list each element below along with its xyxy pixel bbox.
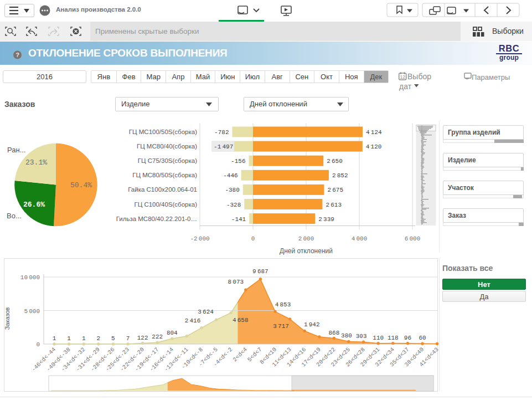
svg-text:7: 7 xyxy=(126,335,130,342)
svg-text:110: 110 xyxy=(373,335,384,341)
svg-text:23.1%: 23.1% xyxy=(25,158,47,167)
svg-text:5: 5 xyxy=(111,335,115,342)
svg-text:-328: -328 xyxy=(226,202,241,208)
svg-text:2 000: 2 000 xyxy=(298,235,314,242)
svg-text:Заказов: Заказов xyxy=(4,307,11,330)
svg-text:2 675: 2 675 xyxy=(327,187,343,193)
svg-text:6 000: 6 000 xyxy=(405,235,421,242)
svg-text:2 613: 2 613 xyxy=(326,202,342,208)
svg-text:ГЦ С75/30S(сборка): ГЦ С75/30S(сборка) xyxy=(138,157,197,164)
svg-text:804: 804 xyxy=(167,330,178,336)
svg-text:2<d<4: 2<d<4 xyxy=(231,346,249,363)
svg-text:122: 122 xyxy=(137,335,148,341)
svg-text:-141: -141 xyxy=(231,216,246,223)
svg-text:-380: -380 xyxy=(225,187,239,193)
svg-text:96: 96 xyxy=(404,335,411,341)
svg-text:2 852: 2 852 xyxy=(332,172,348,179)
svg-text:1: 1 xyxy=(53,335,56,342)
svg-text:222: 222 xyxy=(152,334,163,340)
svg-text:ГЦ МС100/50S(сборка): ГЦ МС100/50S(сборка) xyxy=(129,129,197,135)
svg-text:2 416: 2 416 xyxy=(185,317,201,324)
svg-text:4 124: 4 124 xyxy=(366,129,382,136)
svg-text:380: 380 xyxy=(341,332,352,339)
svg-text:4 853: 4 853 xyxy=(275,301,291,308)
svg-text:60: 60 xyxy=(419,335,426,341)
svg-text:8 073: 8 073 xyxy=(228,279,244,285)
svg-text:Гильза МС80/40.22.201-0…: Гильза МС80/40.22.201-0… xyxy=(116,216,197,222)
svg-text:868: 868 xyxy=(328,330,339,336)
svg-text:4 658: 4 658 xyxy=(233,317,249,324)
svg-text:50.4%: 50.4% xyxy=(70,181,92,189)
svg-text:-156: -156 xyxy=(231,158,245,165)
svg-text:-1 497: -1 497 xyxy=(214,143,233,150)
svg-text:2 650: 2 650 xyxy=(327,158,343,165)
svg-text:-782: -782 xyxy=(214,129,229,136)
svg-text:1 942: 1 942 xyxy=(304,321,320,328)
svg-text:2 339: 2 339 xyxy=(318,216,334,223)
svg-text:-2 000: -2 000 xyxy=(190,235,209,242)
svg-text:303: 303 xyxy=(356,333,367,340)
svg-text:4 120: 4 120 xyxy=(366,143,382,150)
svg-text:0: 0 xyxy=(36,341,40,348)
svg-text:Во...: Во... xyxy=(7,212,22,220)
svg-text:3 624: 3 624 xyxy=(198,309,214,315)
svg-text:1: 1 xyxy=(82,335,86,342)
svg-text:1: 1 xyxy=(67,335,71,342)
svg-text:26.6%: 26.6% xyxy=(23,201,45,209)
svg-text:3 717: 3 717 xyxy=(273,323,289,330)
svg-text:Гайка С100х200.064-01: Гайка С100х200.064-01 xyxy=(128,186,197,193)
svg-text:4 000: 4 000 xyxy=(352,235,368,242)
svg-text:118: 118 xyxy=(388,335,399,341)
svg-text:ГЦ МС80/50S(сборка): ГЦ МС80/50S(сборка) xyxy=(132,172,197,178)
svg-text:Ран...: Ран... xyxy=(7,146,25,154)
svg-text:-446: -446 xyxy=(223,172,237,179)
svg-text:5 000: 5 000 xyxy=(24,308,40,315)
svg-text:10 000: 10 000 xyxy=(20,274,40,281)
svg-text:9 687: 9 687 xyxy=(252,268,268,275)
svg-text:ГЦ С100/40S(сборка): ГЦ С100/40S(сборка) xyxy=(134,201,197,208)
svg-text:2: 2 xyxy=(96,335,100,342)
svg-text:ГЦ МС80/40(сборка): ГЦ МС80/40(сборка) xyxy=(137,143,197,150)
svg-text:Дней отклонений: Дней отклонений xyxy=(280,247,333,255)
svg-text:0: 0 xyxy=(251,235,255,242)
